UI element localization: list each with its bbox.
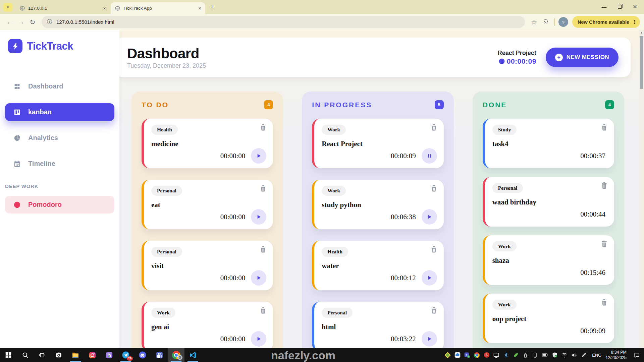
task-title: html (322, 323, 436, 331)
wifi-tray-icon[interactable] (559, 348, 569, 362)
profile-avatar[interactable]: s (558, 17, 568, 27)
delete-task-button[interactable] (260, 124, 266, 132)
tab-close-icon[interactable]: × (198, 5, 201, 11)
sidebar-item-label: kanban (28, 108, 52, 116)
volume-tray-icon[interactable] (569, 348, 579, 362)
tab-close-icon[interactable]: × (103, 5, 106, 11)
task-timer-row: 00:09:09 (580, 327, 605, 335)
update-alert-tray-icon[interactable]: 6 (482, 348, 491, 362)
mi-store-taskbar-icon[interactable] (101, 348, 117, 362)
page-scrollbar[interactable]: ▲ (639, 30, 644, 348)
task-card[interactable]: Healthwater00:00:12 (312, 241, 443, 290)
kanban-board: TO DO4Healthmedicine00:00:00Personaleat0… (131, 92, 624, 348)
category-chip: Work (151, 308, 175, 318)
defender-tray-icon[interactable] (550, 348, 559, 362)
language-indicator[interactable]: ENG (592, 353, 601, 358)
sidebar-item-analytics[interactable]: Analytics (5, 129, 114, 147)
delete-task-button[interactable] (431, 307, 437, 315)
play-button[interactable] (251, 270, 266, 286)
delete-task-button[interactable] (260, 246, 266, 254)
delete-task-button[interactable] (601, 182, 607, 190)
sidebar-item-timeline[interactable]: Timeline (5, 155, 114, 173)
discord-taskbar-icon[interactable] (134, 348, 151, 362)
bluetooth-tray-icon[interactable] (501, 348, 511, 362)
taskbar-clock[interactable]: 8:34 PM 12/23/2025 (605, 350, 627, 361)
task-card[interactable]: WorkReact Project00:00:09 (312, 119, 443, 168)
pause-button[interactable] (422, 148, 437, 164)
task-card[interactable]: Workstudy python00:06:38 (312, 180, 443, 229)
windows-start-taskbar-icon[interactable] (0, 348, 17, 362)
instagram-taskbar-icon[interactable] (84, 348, 101, 362)
play-button[interactable] (251, 331, 266, 347)
back-button[interactable]: ← (4, 16, 15, 28)
task-time: 00:00:44 (580, 210, 605, 219)
pen-tray-icon[interactable] (579, 348, 589, 362)
task-card[interactable]: Studytask400:00:37 (483, 119, 614, 168)
sidebar-item-kanban[interactable]: kanban (5, 103, 114, 121)
new-tab-button[interactable]: + (207, 2, 217, 12)
play-button[interactable] (422, 331, 437, 347)
task-card[interactable]: Personaleat00:00:00 (142, 180, 273, 229)
restore-button[interactable] (612, 0, 627, 13)
vscode-taskbar-icon[interactable] (184, 348, 201, 362)
onedrive-tray-icon[interactable] (452, 348, 462, 362)
chrome-taskbar-icon[interactable]: $ (168, 348, 184, 362)
browser-tab-1[interactable]: 127.0.0.1 × (15, 2, 110, 14)
close-button[interactable]: ✕ (627, 0, 643, 13)
delete-task-button[interactable] (431, 246, 437, 254)
tab-search-button[interactable]: ▾ (3, 3, 12, 12)
teams-taskbar-icon[interactable] (151, 348, 168, 362)
site-info-icon[interactable]: ⓘ (47, 18, 52, 25)
monitor-tray-icon[interactable] (491, 348, 501, 362)
delete-task-button[interactable] (601, 240, 607, 249)
reload-button[interactable]: ↻ (27, 16, 38, 28)
idm-scheduler-tray-icon[interactable] (443, 348, 452, 362)
delete-task-button[interactable] (601, 299, 607, 307)
task-card[interactable]: Healthmedicine00:00:00 (142, 119, 273, 168)
bookmark-star-icon[interactable]: ☆ (528, 16, 540, 28)
task-card[interactable]: Workshaza00:15:46 (483, 235, 614, 285)
chrome-mini-tray-icon[interactable] (472, 348, 482, 362)
scrollbar-thumb[interactable] (640, 36, 643, 89)
file-explorer-taskbar-icon[interactable] (67, 348, 84, 362)
address-bar[interactable]: ⓘ 127.0.0.1:5501/index.html (42, 16, 525, 28)
teams-status-tray-icon[interactable]: T (462, 348, 472, 362)
play-button[interactable] (422, 270, 437, 286)
telegram-taskbar-icon[interactable]: 76 (117, 348, 134, 362)
extensions-icon[interactable] (540, 16, 551, 28)
task-card[interactable]: Workoop project00:09:09 (483, 294, 614, 343)
camera-app-taskbar-icon[interactable] (50, 348, 67, 362)
chrome-update-button[interactable]: New Chrome available ⋮ (572, 16, 640, 28)
browser-tab-2-active[interactable]: TickTrack App × (111, 2, 205, 14)
task-card[interactable]: Workgen ai00:00:00 (142, 302, 273, 348)
sidebar-item-dashboard[interactable]: Dashboard (5, 77, 114, 95)
sidebar-item-pomodoro[interactable]: Pomodoro (5, 196, 114, 214)
task-card[interactable]: Personalhtml00:03:22 (312, 302, 443, 348)
minimize-button[interactable]: — (596, 0, 612, 13)
new-mission-button[interactable]: + NEW MESSION (546, 48, 619, 67)
play-button[interactable] (422, 209, 437, 225)
play-button[interactable] (251, 209, 266, 225)
delete-task-button[interactable] (260, 307, 266, 315)
play-button[interactable] (251, 148, 266, 164)
task-card[interactable]: Personalwaad birthday00:00:44 (483, 177, 614, 227)
delete-task-button[interactable] (431, 124, 437, 132)
action-center-icon[interactable] (631, 348, 643, 362)
battery-tray-icon[interactable] (540, 348, 550, 362)
task-view-taskbar-icon[interactable] (34, 348, 50, 362)
delete-task-button[interactable] (601, 124, 607, 132)
phone-link-tray-icon[interactable] (530, 348, 540, 362)
forward-button[interactable]: → (15, 16, 27, 28)
globe-favicon-icon (19, 5, 25, 11)
idm-tray-icon[interactable] (511, 348, 521, 362)
pie-chart-icon (13, 134, 21, 142)
task-card[interactable]: Personalvisit00:00:00 (142, 241, 273, 290)
task-time: 00:00:00 (220, 152, 246, 160)
search-taskbar-icon[interactable] (17, 348, 34, 362)
delete-task-button[interactable] (260, 185, 266, 193)
usb-tray-icon[interactable] (521, 348, 530, 362)
category-chip: Work (492, 241, 517, 251)
new-mission-label: NEW MESSION (567, 54, 609, 61)
delete-task-button[interactable] (431, 185, 437, 193)
scroll-up-icon[interactable]: ▲ (639, 31, 644, 34)
